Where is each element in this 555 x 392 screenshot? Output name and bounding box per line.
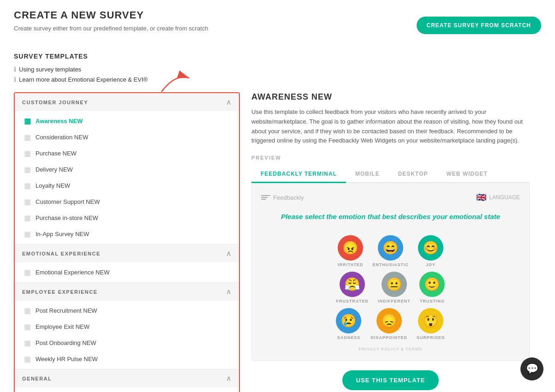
tab-feedbackly-terminal[interactable]: FEEDBACKLY TERMINAL [251,166,346,183]
template-label-post-onboarding: Post Onboarding NEW [36,339,96,346]
template-item-customer-support-new[interactable]: ▦ Customer Support NEW [15,194,239,210]
page-container: CREATE A NEW SURVEY Create survey either… [0,0,555,392]
category-title-emotional-experience: EMOTIONAL EXPERIENCE [22,251,101,256]
template-item-delivery-new[interactable]: ▦ Delivery NEW [15,161,239,178]
category-header-emotional-experience[interactable]: EMOTIONAL EXPERIENCE ∧ [15,244,239,262]
chat-bubble-button[interactable]: 💬 [520,357,543,380]
template-icon-post-recruitment: ▦ [24,306,31,315]
left-panel: CUSTOMER JOURNEY ∧ ▦ Awareness NEW ▦ Con… [14,92,240,392]
emotion-item-indifferent[interactable]: 😐 INDIFFERENT [378,272,411,303]
template-item-questions-types-explained-new[interactable]: ▦ Questions types explained NEW [15,389,239,392]
template-item-post-onboarding-new[interactable]: ▦ Post Onboarding NEW [15,335,239,351]
emotion-circle-sadness: 😢 [336,308,361,333]
emotion-item-irritated[interactable]: 😠 IRRITATED [338,235,364,267]
tab-mobile[interactable]: MOBILE [346,166,389,183]
template-list-employee-experience: ▦ Post Recruitment NEW ▦ Employee Exit N… [15,301,239,369]
emotion-item-surprised[interactable]: 😲 SURPRISED [417,308,445,340]
template-label-customer-support: Customer Support NEW [36,198,100,205]
emotion-item-enthusiastic[interactable]: 😄 ENTHUSIASTIC [373,235,409,267]
chevron-emotional-experience: ∧ [226,249,232,258]
flag-icon: 🇬🇧 [476,192,486,202]
emotion-item-frustrated[interactable]: 😤 FRUSTRATED [336,272,369,303]
emotion-row-2: 😤 FRUSTRATED 😐 INDIFFERENT 🙂 TRUSTING [336,272,445,303]
template-icon-delivery: ▦ [24,165,31,174]
template-item-purchase-new[interactable]: ▦ Purchase NEW [15,145,239,161]
emotion-circle-indifferent: 😐 [382,272,407,297]
preview-frame: Feedbackly 🇬🇧 LANGUAGE Please select the… [251,183,530,361]
template-item-purchase-in-store-new[interactable]: ▦ Purchase in-store NEW [15,210,239,226]
template-item-loyalty-new[interactable]: ▦ Loyalty NEW [15,178,239,194]
template-item-employee-exit-new[interactable]: ▦ Employee Exit NEW [15,319,239,335]
template-label-weekly-hr-pulse: Weekly HR Pulse NEW [36,356,98,362]
template-icon-weekly-hr-pulse: ▦ [24,355,31,363]
emotion-circle-enthusiastic: 😄 [378,235,403,261]
template-label-employee-exit: Employee Exit NEW [36,323,90,330]
template-icon-post-onboarding: ▦ [24,339,31,347]
create-survey-button[interactable]: CREATE SURVEY FROM SCRATCH [417,17,541,34]
template-label-delivery: Delivery NEW [36,166,73,173]
emotion-label-enthusiastic: ENTHUSIASTIC [373,262,409,267]
template-description: Use this template to collect feedback fr… [251,107,530,146]
template-icon-customer-support: ▦ [24,197,31,206]
tab-desktop[interactable]: DESKTOP [389,166,437,183]
template-icon-awareness: ▦ [24,117,31,125]
tab-web-widget[interactable]: WEB WIDGET [437,166,496,183]
logo-line-3 [261,199,266,200]
template-label-emotional-experience: Emotional Experience NEW [36,269,109,276]
preview-tabs: FEEDBACKLY TERMINAL MOBILE DESKTOP WEB W… [251,166,530,183]
emotion-item-sadness[interactable]: 😢 SADNESS [336,308,361,340]
template-label-purchase-in-store: Purchase in-store NEW [36,214,98,221]
emotion-item-trusting[interactable]: 🙂 TRUSTING [419,272,445,303]
template-item-weekly-hr-pulse-new[interactable]: ▦ Weekly HR Pulse NEW [15,351,239,367]
emotion-circle-disappointed: 😞 [376,308,402,333]
feedbackly-logo: Feedbackly [261,194,304,201]
category-header-employee-experience[interactable]: EMPLOYEE EXPERIENCE ∧ [15,283,239,301]
logo-line-2 [261,197,268,198]
template-icon-consideration: ▦ [24,133,31,142]
template-label-post-recruitment: Post Recruitment NEW [36,307,97,314]
template-item-in-app-survey-new[interactable]: ▦ In-App Survey NEW [15,226,239,242]
category-customer-journey: CUSTOMER JOURNEY ∧ ▦ Awareness NEW ▦ Con… [15,93,239,244]
emotion-row-3: 😢 SADNESS 😞 DISAPPOINTED 😲 SURPRISED [336,308,445,340]
template-item-consideration-new[interactable]: ▦ Consideration NEW [15,129,239,145]
templates-section-header: SURVEY TEMPLATES ℹ Using survey template… [14,53,541,83]
template-icon-purchase: ▦ [24,149,31,158]
template-icon-purchase-in-store: ▦ [24,214,31,222]
emotion-item-joy[interactable]: 😊 JOY [418,235,443,267]
template-links: ℹ Using survey templates ℹ Learn more ab… [14,65,541,83]
emotion-label-indifferent: INDIFFERENT [378,299,411,303]
link-learn-more[interactable]: ℹ Learn more about Emotional Experience … [14,76,541,83]
link-using-templates[interactable]: ℹ Using survey templates [14,65,541,73]
language-badge[interactable]: 🇬🇧 LANGUAGE [476,192,520,202]
template-item-post-recruitment-new[interactable]: ▦ Post Recruitment NEW [15,303,239,319]
template-label-loyalty: Loyalty NEW [36,182,70,189]
template-label-purchase: Purchase NEW [36,150,77,157]
link-using-templates-text: Using survey templates [19,66,81,73]
category-header-customer-journey[interactable]: CUSTOMER JOURNEY ∧ [15,93,239,111]
link-learn-more-text: Learn more about Emotional Experience & … [19,76,148,83]
category-employee-experience: EMPLOYEE EXPERIENCE ∧ ▦ Post Recruitment… [15,283,239,369]
language-label: LANGUAGE [489,194,520,201]
chevron-general: ∧ [226,374,232,383]
page-title: CREATE A NEW SURVEY [14,9,417,21]
emotion-item-disappointed[interactable]: 😞 DISAPPOINTED [370,308,407,340]
right-panel: AWARENESS NEW Use this template to colle… [240,92,541,392]
template-item-emotional-experience-new[interactable]: ▦ Emotional Experience NEW [15,264,239,280]
template-list-emotional-experience: ▦ Emotional Experience NEW [15,262,239,282]
category-general: GENERAL ∧ ▦ Questions types explained NE… [15,369,239,392]
emotion-label-frustrated: FRUSTRATED [336,299,369,303]
template-icon-emotional-experience: ▦ [24,268,31,277]
emotion-question: Please select the emotion that best desc… [261,212,520,221]
info-icon-2: ℹ [14,76,16,83]
use-template-button[interactable]: USE THIS TEMPLATE [342,370,439,390]
emotion-label-sadness: SADNESS [337,335,361,340]
emotion-circle-surprised: 😲 [418,308,443,333]
category-header-general[interactable]: GENERAL ∧ [15,369,239,387]
template-icon-employee-exit: ▦ [24,322,31,331]
logo-icon [261,195,270,200]
chevron-employee-experience: ∧ [226,287,232,296]
template-detail-title: AWARENESS NEW [251,92,530,102]
preview-header: Feedbackly 🇬🇧 LANGUAGE [261,192,520,202]
logo-text: Feedbackly [273,194,304,201]
template-item-awareness-new[interactable]: ▦ Awareness NEW [15,113,239,129]
